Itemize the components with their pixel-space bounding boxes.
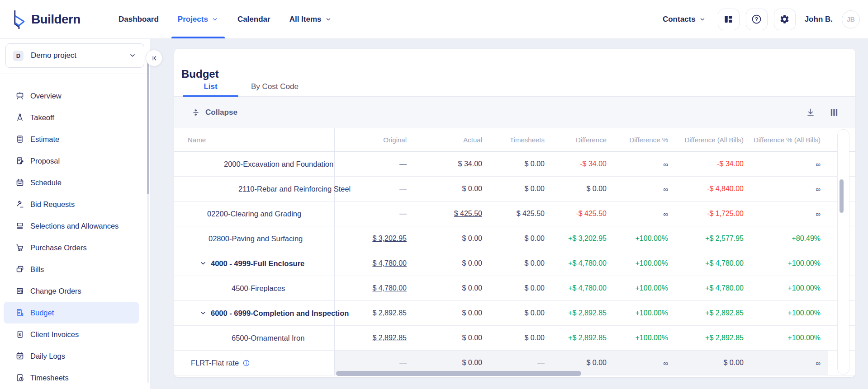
sidebar-item-estimate[interactable]: Estimate (4, 128, 139, 150)
settings-button[interactable] (774, 9, 796, 30)
easel-icon (15, 91, 24, 100)
table-cell: $ 2,892.85 (335, 326, 414, 350)
row-name-cell: 02200-Clearing and Grading (174, 202, 335, 226)
svg-text:$: $ (21, 312, 24, 317)
table-row[interactable]: 2000-Excavation and Foundation—$ 34.00$ … (174, 152, 855, 177)
table-row[interactable]: 02200-Clearing and Grading—$ 425.50$ 425… (174, 202, 855, 226)
cell-link[interactable]: $ 425.50 (454, 210, 482, 218)
cell-value: ∞ (663, 185, 668, 193)
cell-value: ∞ (816, 210, 821, 218)
cell-value: $ 0.00 (462, 334, 482, 342)
tab-by-cost-code[interactable]: By Cost Code (238, 77, 311, 96)
table-cell: $ 0.00 (489, 226, 552, 251)
table-cell: -$ 425.50 (552, 202, 614, 226)
row-name-cell: 4500-Fireplaces (174, 276, 335, 300)
cell-value: +$ 2,892.85 (705, 334, 744, 342)
table-cell: $ 0.00 (489, 326, 552, 350)
table-cell: ∞ (614, 177, 675, 201)
table-cell: ∞ (614, 152, 675, 176)
collapse-sidebar-button[interactable] (146, 50, 162, 66)
project-selector[interactable]: D Demo project (5, 43, 144, 68)
nav-item-calendar[interactable]: Calendar (237, 0, 270, 38)
table-row[interactable]: 4500-Fireplaces$ 4,780.00$ 0.00$ 0.00+$ … (174, 276, 855, 301)
cell-value: $ 0.00 (462, 284, 482, 292)
table-vertical-scrollbar-thumb[interactable] (840, 179, 844, 213)
columns-icon[interactable] (829, 108, 839, 117)
cell-value: — (399, 185, 407, 193)
col-header-timesheets: Timesheets (489, 128, 552, 151)
sidebar-item-label: Schedule (30, 178, 62, 187)
chevron-down-icon[interactable] (199, 309, 207, 317)
avatar[interactable]: JB (842, 10, 860, 28)
table-row[interactable]: 6000 - 6999-Completion and Inspection$ 2… (174, 301, 855, 326)
table-cell: $ 0.00 (489, 152, 552, 176)
table-horizontal-scrollbar-thumb[interactable] (336, 371, 581, 376)
gavel-icon (15, 200, 24, 209)
sidebar-item-budget[interactable]: $Budget (4, 302, 139, 323)
info-icon[interactable] (242, 359, 250, 367)
nav-item-contacts[interactable]: Contacts (663, 15, 706, 24)
col-header-name: Name (174, 128, 335, 151)
cell-value: +$ 2,577.95 (705, 234, 744, 243)
table-row[interactable]: 02800-Paving and Surfacing$ 3,202.95$ 0.… (174, 226, 855, 251)
sidebar-item-client-invoices[interactable]: $Client Invoices (4, 323, 139, 345)
tab-list[interactable]: List (183, 77, 238, 96)
table-cell: $ 0.00 (414, 276, 489, 300)
cell-link[interactable]: $ 3,202.95 (372, 234, 407, 243)
budget-card: Budget List By Cost Code Collapse NameOr… (174, 49, 855, 377)
sidebar-item-purchase-orders[interactable]: Purchase Orders (4, 237, 139, 258)
cell-value: $ 0.00 (724, 359, 744, 367)
help-icon: ? (751, 14, 762, 24)
table-cell: ∞ (751, 351, 828, 375)
table-header-row: NameOriginalActualTimesheetsDifferenceDi… (174, 128, 855, 152)
cell-value: ∞ (663, 160, 668, 168)
sidebar-item-label: Selections and Allowances (30, 222, 119, 230)
apps-panel-button[interactable] (718, 9, 740, 30)
sidebar-item-daily-logs[interactable]: Daily Logs (4, 345, 139, 367)
table-cell: -$ 34.00 (552, 152, 614, 176)
table-cell: +$ 4,780.00 (675, 251, 751, 276)
collapse-rows-button[interactable]: Collapse (191, 108, 237, 117)
chevron-down-icon[interactable] (199, 259, 207, 267)
nav-item-all-items[interactable]: All Items (289, 0, 332, 38)
nav-item-projects[interactable]: Projects (178, 0, 218, 38)
cell-link[interactable]: $ 4,780.00 (372, 259, 407, 267)
sidebar-item-timesheets[interactable]: Timesheets (4, 367, 139, 389)
sidebar-item-bills[interactable]: Bills (4, 258, 139, 280)
cell-link[interactable]: $ 4,780.00 (372, 284, 407, 292)
sidebar-item-bid-requests[interactable]: Bid Requests (4, 193, 139, 215)
nav-item-label: Projects (178, 15, 208, 24)
cell-value: $ 0.00 (462, 259, 482, 267)
nav-item-dashboard[interactable]: Dashboard (119, 0, 159, 38)
table-cell: +80.49% (751, 226, 828, 251)
cell-value: $ 0.00 (462, 185, 482, 193)
table-cell: -$ 34.00 (675, 152, 751, 176)
buildern-logo-icon (9, 9, 28, 30)
chevron-down-icon (128, 52, 137, 60)
col-header-difference-all-bills: Difference % (All Bills) (751, 128, 828, 151)
brand-logo[interactable]: Buildern (9, 9, 111, 30)
sidebar-scrollbar-thumb[interactable] (147, 59, 149, 194)
sidebar-item-label: Proposal (30, 157, 60, 165)
cell-link[interactable]: $ 2,892.85 (372, 309, 407, 317)
sidebar-item-schedule[interactable]: Schedule (4, 172, 139, 193)
table-row[interactable]: 2110-Rebar and Reinforcing Steel—$ 0.00$… (174, 177, 855, 202)
cell-value: — (537, 359, 545, 367)
cell-value: ∞ (816, 160, 821, 168)
help-button[interactable]: ? (746, 9, 768, 30)
table-cell: $ 0.00 (489, 177, 552, 201)
table-row[interactable]: 6500-Ornamental Iron$ 2,892.85$ 0.00$ 0.… (174, 326, 855, 351)
sidebar-item-selections-and-allowances[interactable]: Selections and Allowances (4, 215, 139, 237)
chevron-down-icon (325, 16, 332, 23)
sidebar-item-proposal[interactable]: Proposal (4, 150, 139, 172)
sidebar-item-overview[interactable]: Overview (4, 85, 139, 107)
cell-link[interactable]: $ 2,892.85 (372, 334, 407, 342)
sidebar-item-change-orders[interactable]: Change Orders (4, 280, 139, 302)
download-icon[interactable] (806, 108, 816, 117)
sidebar-item-takeoff[interactable]: Takeoff (4, 107, 139, 128)
table-row[interactable]: 4000 - 4999-Full Enclosure$ 4,780.00$ 0.… (174, 251, 855, 276)
document-pen-icon (15, 156, 24, 165)
tab-by-cost-code-label: By Cost Code (251, 82, 299, 91)
cell-link[interactable]: $ 34.00 (458, 160, 482, 168)
cell-value: +$ 4,780.00 (705, 284, 744, 292)
